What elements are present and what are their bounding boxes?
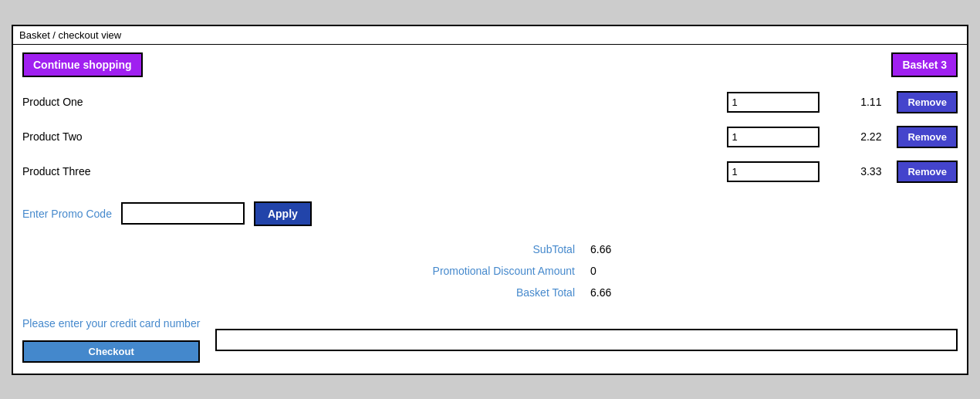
remove-button-1[interactable]: Remove (897, 126, 958, 148)
products-section: Product One1.11RemoveProduct Two2.22Remo… (13, 85, 967, 189)
payment-row: Please enter your credit card number Che… (22, 317, 958, 363)
product-name-2: Product Three (22, 165, 727, 178)
payment-section: Please enter your credit card number Che… (13, 309, 967, 374)
product-price-2: 3.33 (835, 165, 881, 178)
product-qty-0[interactable] (727, 92, 819, 113)
product-row: Product One1.11Remove (22, 85, 958, 120)
product-row: Product Three3.33Remove (22, 154, 958, 189)
apply-button[interactable]: Apply (254, 201, 312, 226)
payment-right (215, 329, 958, 351)
basket-checkout-container: Basket / checkout view Continue shopping… (12, 25, 968, 375)
checkout-button[interactable]: Checkout (22, 340, 200, 363)
basket-total-row: Basket Total 6.66 (22, 282, 958, 303)
subtotal-label: SubTotal (343, 243, 575, 255)
product-price-1: 2.22 (835, 130, 881, 143)
totals-section: SubTotal 6.66 Promotional Discount Amoun… (13, 235, 967, 309)
basket-total-label: Basket Total (343, 286, 575, 299)
basket-button[interactable]: Basket 3 (891, 52, 958, 77)
discount-row: Promotional Discount Amount 0 (22, 260, 958, 282)
continue-shopping-button[interactable]: Continue shopping (22, 52, 143, 77)
product-qty-2[interactable] (727, 161, 819, 182)
product-name-0: Product One (22, 96, 727, 108)
product-name-1: Product Two (22, 130, 727, 143)
subtotal-value: 6.66 (575, 243, 637, 255)
remove-button-2[interactable]: Remove (897, 161, 958, 183)
promo-row: Enter Promo Code Apply (13, 189, 967, 235)
product-price-0: 1.11 (835, 96, 881, 108)
window-title: Basket / checkout view (19, 29, 121, 41)
cc-label: Please enter your credit card number (22, 317, 200, 330)
title-bar: Basket / checkout view (13, 26, 967, 45)
promo-input[interactable] (121, 202, 245, 225)
product-row: Product Two2.22Remove (22, 120, 958, 154)
header-row: Continue shopping Basket 3 (13, 45, 967, 85)
discount-label: Promotional Discount Amount (343, 265, 575, 277)
promo-label: Enter Promo Code (22, 208, 112, 220)
product-qty-1[interactable] (727, 127, 819, 147)
remove-button-0[interactable]: Remove (897, 91, 958, 113)
discount-value: 0 (575, 265, 637, 277)
cc-input[interactable] (215, 329, 958, 351)
subtotal-row: SubTotal 6.66 (22, 238, 958, 260)
basket-total-value: 6.66 (575, 286, 637, 299)
payment-left: Please enter your credit card number Che… (22, 317, 200, 363)
